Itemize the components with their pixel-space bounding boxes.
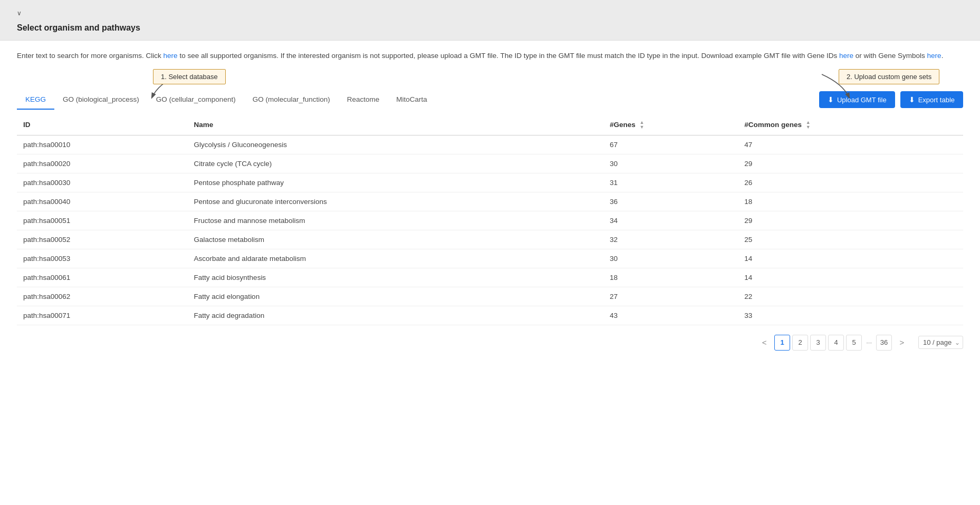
info-section: Enter text to search for more organisms.… [0, 41, 980, 62]
here-link-3[interactable]: here [927, 52, 941, 60]
upload-gmt-label: Upload GMT file [837, 96, 887, 104]
page-dots: ··· [864, 338, 874, 346]
cell-common-genes-5: 25 [738, 230, 963, 249]
table-row: path:hsa00053 Ascorbate and aldarate met… [17, 249, 963, 268]
cell-name-9: Fatty acid degradation [188, 306, 603, 325]
cell-id-0: path:hsa00010 [17, 135, 188, 154]
table-row: path:hsa00020 Citrate cycle (TCA cycle) … [17, 154, 963, 173]
export-table-button[interactable]: ⬇ Export table [900, 91, 963, 108]
cell-id-3: path:hsa00040 [17, 192, 188, 211]
cell-name-6: Ascorbate and aldarate metabolism [188, 249, 603, 268]
cell-common-genes-3: 18 [738, 192, 963, 211]
cell-common-genes-2: 26 [738, 173, 963, 192]
table-row: path:hsa00062 Fatty acid elongation 27 2… [17, 287, 963, 306]
info-text-end: . [941, 52, 944, 60]
info-text-prefix: Enter text to search for more organisms.… [17, 52, 164, 60]
cell-name-4: Fructose and mannose metabolism [188, 211, 603, 230]
cell-name-8: Fatty acid elongation [188, 287, 603, 306]
tabs-left: KEGG GO (biological_process) GO (cellula… [17, 90, 436, 110]
cell-id-6: path:hsa00053 [17, 249, 188, 268]
table-body: path:hsa00010 Glycolysis / Gluconeogenes… [17, 135, 963, 325]
page-btn-36[interactable]: 36 [876, 335, 892, 351]
table-row: path:hsa00030 Pentose phosphate pathway … [17, 173, 963, 192]
page-btn-2[interactable]: 2 [792, 335, 808, 351]
cell-genes-8: 27 [603, 287, 738, 306]
page-btn-1[interactable]: 1 [774, 335, 790, 351]
pagination: < 1 2 3 4 5 ··· 36 > 10 / page 20 / page… [0, 325, 980, 351]
cell-id-1: path:hsa00020 [17, 154, 188, 173]
cell-genes-2: 31 [603, 173, 738, 192]
tab-mitocarta[interactable]: MitoCarta [388, 90, 436, 110]
cell-id-9: path:hsa00071 [17, 306, 188, 325]
cell-genes-9: 43 [603, 306, 738, 325]
tab-kegg[interactable]: KEGG [17, 90, 54, 110]
tab-go-mol[interactable]: GO (molecular_function) [244, 90, 339, 110]
collapse-toggle[interactable]: ∨ [17, 9, 22, 17]
cell-name-7: Fatty acid biosynthesis [188, 268, 603, 287]
next-page-button[interactable]: > [894, 335, 910, 351]
cell-id-7: path:hsa00061 [17, 268, 188, 287]
cell-name-1: Citrate cycle (TCA cycle) [188, 154, 603, 173]
table-row: path:hsa00010 Glycolysis / Gluconeogenes… [17, 135, 963, 154]
table-row: path:hsa00061 Fatty acid biosynthesis 18… [17, 268, 963, 287]
tab-go-bio[interactable]: GO (biological_process) [54, 90, 148, 110]
cell-genes-7: 18 [603, 268, 738, 287]
col-header-common-genes[interactable]: #Common genes ▲▼ [738, 115, 963, 135]
here-link-1[interactable]: here [164, 52, 178, 60]
info-text-between: or with Gene Symbols [853, 52, 927, 60]
cell-id-2: path:hsa00030 [17, 173, 188, 192]
cell-common-genes-0: 47 [738, 135, 963, 154]
cell-genes-1: 30 [603, 154, 738, 173]
upload-icon: ⬇ [828, 95, 834, 104]
cell-common-genes-7: 14 [738, 268, 963, 287]
col-header-id: ID [17, 115, 188, 135]
cell-name-3: Pentose and glucuronate interconversions [188, 192, 603, 211]
cell-name-2: Pentose phosphate pathway [188, 173, 603, 192]
cell-genes-4: 34 [603, 211, 738, 230]
header-section: ∨ Select organism and pathways [0, 0, 980, 41]
sort-icons-common-genes: ▲▼ [806, 120, 811, 130]
table-section: ID Name #Genes ▲▼ #Common genes ▲▼ path:… [0, 110, 980, 325]
sort-icons-genes: ▲▼ [640, 120, 645, 130]
export-icon: ⬇ [909, 95, 915, 104]
cell-id-8: path:hsa00062 [17, 287, 188, 306]
cell-genes-3: 36 [603, 192, 738, 211]
cell-common-genes-8: 22 [738, 287, 963, 306]
cell-genes-6: 30 [603, 249, 738, 268]
section-title: Select organism and pathways [17, 23, 963, 33]
cell-common-genes-6: 14 [738, 249, 963, 268]
upload-gmt-button[interactable]: ⬇ Upload GMT file [819, 91, 895, 108]
cell-common-genes-4: 29 [738, 211, 963, 230]
here-link-2[interactable]: here [839, 52, 853, 60]
page-size-select[interactable]: 10 / page 20 / page 50 / page [918, 336, 963, 349]
cell-genes-5: 32 [603, 230, 738, 249]
cell-id-5: path:hsa00052 [17, 230, 188, 249]
info-text-mid: to see all supported organisms. If the i… [178, 52, 839, 60]
table-row: path:hsa00051 Fructose and mannose metab… [17, 211, 963, 230]
cell-name-5: Galactose metabolism [188, 230, 603, 249]
table-header-row: ID Name #Genes ▲▼ #Common genes ▲▼ [17, 115, 963, 135]
col-header-name: Name [188, 115, 603, 135]
tab-go-cell[interactable]: GO (cellular_component) [148, 90, 244, 110]
data-table: ID Name #Genes ▲▼ #Common genes ▲▼ path:… [17, 115, 963, 325]
tab-reactome[interactable]: Reactome [339, 90, 388, 110]
page-size-wrapper: 10 / page 20 / page 50 / page [912, 336, 963, 349]
cell-name-0: Glycolysis / Gluconeogenesis [188, 135, 603, 154]
page-wrapper: ∨ Select organism and pathways Enter tex… [0, 0, 980, 505]
table-row: path:hsa00040 Pentose and glucuronate in… [17, 192, 963, 211]
cell-id-4: path:hsa00051 [17, 211, 188, 230]
page-btn-4[interactable]: 4 [828, 335, 844, 351]
table-row: path:hsa00071 Fatty acid degradation 43 … [17, 306, 963, 325]
cell-common-genes-9: 33 [738, 306, 963, 325]
table-row: path:hsa00052 Galactose metabolism 32 25 [17, 230, 963, 249]
prev-page-button[interactable]: < [756, 335, 772, 351]
cell-genes-0: 67 [603, 135, 738, 154]
col-header-genes[interactable]: #Genes ▲▼ [603, 115, 738, 135]
export-table-label: Export table [918, 96, 955, 104]
tabs-right: ⬇ Upload GMT file ⬇ Export table [819, 91, 963, 108]
cell-common-genes-1: 29 [738, 154, 963, 173]
page-btn-3[interactable]: 3 [810, 335, 826, 351]
annotation-box-1: 1. Select database [153, 69, 226, 84]
annotation-box-2: 2. Upload custom gene sets [839, 69, 939, 84]
page-btn-5[interactable]: 5 [846, 335, 862, 351]
